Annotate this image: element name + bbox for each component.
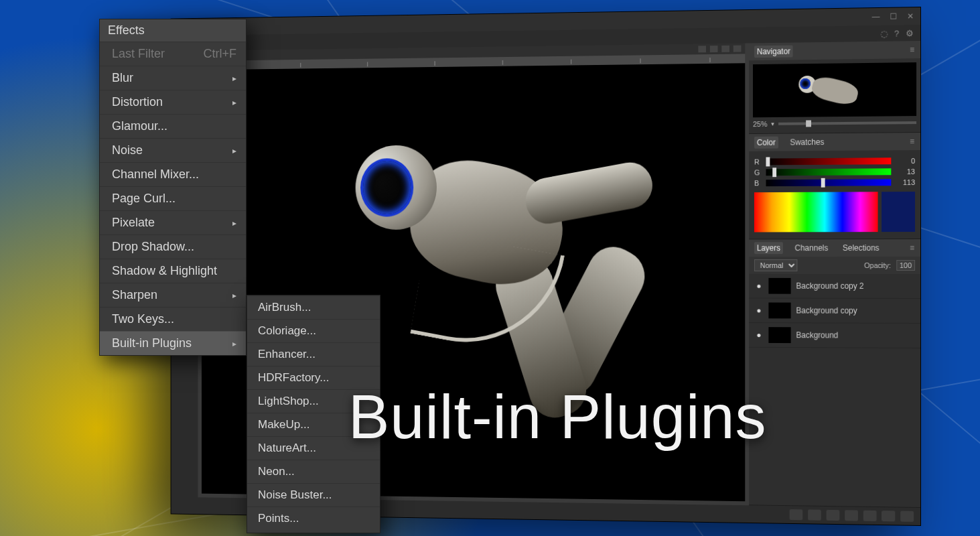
submenu-item-points[interactable]: Points... xyxy=(247,507,380,530)
menu-item-pixelate[interactable]: Pixelate▸ xyxy=(100,210,246,234)
settings-icon[interactable]: ⚙ xyxy=(906,28,914,38)
doc-info-icon[interactable] xyxy=(698,46,706,52)
layers-tab[interactable]: Layers xyxy=(754,242,783,254)
layer-thumbnail xyxy=(768,327,790,343)
blend-mode-select[interactable]: Normal xyxy=(754,259,797,271)
navigator-tab[interactable]: Navigator xyxy=(754,46,793,58)
opacity-value[interactable]: 100 xyxy=(896,260,915,271)
menu-item-drop-shadow[interactable]: Drop Shadow... xyxy=(100,234,246,259)
navigator-panel: Navigator ≡ 25% ▾ xyxy=(749,41,920,134)
effects-menu-title: Effects xyxy=(100,19,246,42)
color-g-slider[interactable] xyxy=(766,168,891,176)
menu-item-page-curl[interactable]: Page Curl... xyxy=(100,186,246,210)
color-b-value[interactable]: 113 xyxy=(896,178,915,186)
layer-name: Background copy xyxy=(796,306,857,316)
statusbar-button[interactable] xyxy=(863,511,877,521)
submenu-item-noise-buster[interactable]: Noise Buster... xyxy=(247,483,380,507)
window-minimize-button[interactable]: — xyxy=(871,12,881,21)
layer-visibility-icon[interactable]: ● xyxy=(754,281,764,291)
color-b-label: B xyxy=(754,179,761,187)
menu-item-blur[interactable]: Blur▸ xyxy=(100,66,246,90)
doc-info-icon[interactable] xyxy=(721,46,729,52)
effects-menu: Effects Last Filter Ctrl+F Blur▸ Distort… xyxy=(99,19,247,356)
layer-row[interactable]: ● Background copy 2 xyxy=(749,274,920,299)
right-panel-dock: Navigator ≡ 25% ▾ xyxy=(749,41,920,508)
statusbar-button[interactable] xyxy=(808,510,821,521)
color-r-slider[interactable] xyxy=(766,157,891,165)
statusbar-button[interactable] xyxy=(827,510,840,521)
cloud-icon[interactable]: ◌ xyxy=(880,28,888,38)
layer-thumbnail xyxy=(768,302,790,318)
doc-info-icon[interactable] xyxy=(710,46,718,52)
layer-name: Background copy 2 xyxy=(796,281,863,291)
menu-item-two-keys[interactable]: Two Keys... xyxy=(100,307,246,331)
menu-item-shadow-highlight[interactable]: Shadow & Highlight xyxy=(100,259,246,283)
navigator-thumbnail[interactable] xyxy=(753,62,916,117)
layer-visibility-icon[interactable]: ● xyxy=(754,330,764,340)
color-panel: Color Swatches ≡ R 0 G 13 xyxy=(749,133,920,239)
help-icon[interactable]: ? xyxy=(894,28,899,38)
menu-item-distortion[interactable]: Distortion▸ xyxy=(100,90,246,114)
selections-tab[interactable]: Selections xyxy=(840,242,882,254)
submenu-arrow-icon: ▸ xyxy=(232,74,236,83)
effects-menu-title-label: Effects xyxy=(108,23,145,38)
submenu-item-coloriage[interactable]: Coloriage... xyxy=(247,319,380,342)
statusbar-button[interactable] xyxy=(845,510,858,521)
menu-item-sharpen[interactable]: Sharpen▸ xyxy=(100,283,246,307)
color-g-label: G xyxy=(754,168,761,176)
layer-row[interactable]: ● Background xyxy=(749,323,920,348)
layers-panel: Layers Channels Selections ≡ Normal Opac… xyxy=(749,239,920,508)
submenu-item-airbrush[interactable]: AirBrush... xyxy=(247,295,380,319)
menu-item-last-filter: Last Filter Ctrl+F xyxy=(100,42,246,66)
color-b-slider[interactable] xyxy=(766,179,891,186)
layer-visibility-icon[interactable]: ● xyxy=(754,306,764,315)
submenu-item-enhancer[interactable]: Enhancer... xyxy=(247,342,380,366)
panel-menu-icon[interactable]: ≡ xyxy=(910,45,915,54)
layer-row[interactable]: ● Background copy xyxy=(749,298,920,324)
layer-name: Background xyxy=(796,330,838,340)
color-g-value[interactable]: 13 xyxy=(896,168,915,176)
submenu-arrow-icon: ▸ xyxy=(232,98,236,107)
menu-item-noise[interactable]: Noise▸ xyxy=(100,138,246,162)
doc-info-icon[interactable] xyxy=(733,46,742,52)
channels-tab[interactable]: Channels xyxy=(792,242,831,254)
layer-thumbnail xyxy=(768,278,790,294)
menu-item-glamour[interactable]: Glamour... xyxy=(100,114,246,138)
statusbar-button[interactable] xyxy=(900,511,914,522)
menu-item-builtin-plugins[interactable]: Built-in Plugins▸ xyxy=(100,331,246,355)
opacity-label: Opacity: xyxy=(864,261,891,269)
navigator-zoom-slider[interactable] xyxy=(778,121,916,125)
color-r-label: R xyxy=(754,158,761,166)
overlay-caption: Built-in Plugins xyxy=(348,382,767,452)
window-close-button[interactable]: ✕ xyxy=(906,11,915,21)
panel-menu-icon[interactable]: ≡ xyxy=(910,137,915,146)
color-spectrum[interactable] xyxy=(754,192,878,232)
statusbar-button[interactable] xyxy=(790,509,803,520)
submenu-arrow-icon: ▸ xyxy=(232,218,236,228)
color-tab[interactable]: Color xyxy=(754,137,778,149)
shortcut-label: Ctrl+F xyxy=(204,47,237,61)
submenu-arrow-icon: ▸ xyxy=(232,146,236,155)
swatches-tab[interactable]: Swatches xyxy=(787,136,827,148)
color-r-value[interactable]: 0 xyxy=(896,157,915,165)
submenu-item-neon[interactable]: Neon... xyxy=(247,460,380,483)
navigator-zoom-value: 25% xyxy=(753,120,767,128)
menu-item-channel-mixer[interactable]: Channel Mixer... xyxy=(100,162,246,186)
statusbar-button[interactable] xyxy=(882,511,895,521)
window-maximize-button[interactable]: ☐ xyxy=(888,12,898,21)
panel-menu-icon[interactable]: ≡ xyxy=(910,243,915,253)
submenu-arrow-icon: ▸ xyxy=(232,339,236,348)
submenu-arrow-icon: ▸ xyxy=(232,291,236,300)
current-color-swatch[interactable] xyxy=(882,192,915,232)
chevron-down-icon[interactable]: ▾ xyxy=(771,121,774,127)
